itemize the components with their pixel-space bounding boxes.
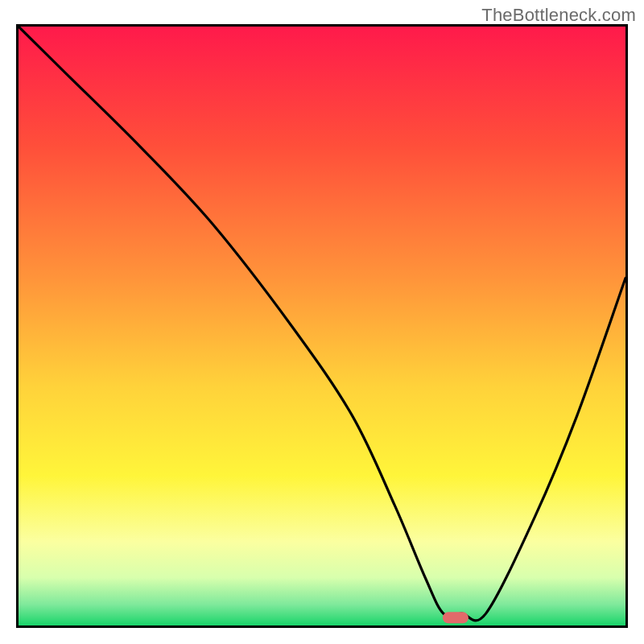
watermark-text: TheBottleneck.com (481, 5, 636, 26)
optimal-marker (443, 612, 469, 623)
chart-frame (16, 24, 628, 628)
bottleneck-chart (19, 27, 625, 625)
